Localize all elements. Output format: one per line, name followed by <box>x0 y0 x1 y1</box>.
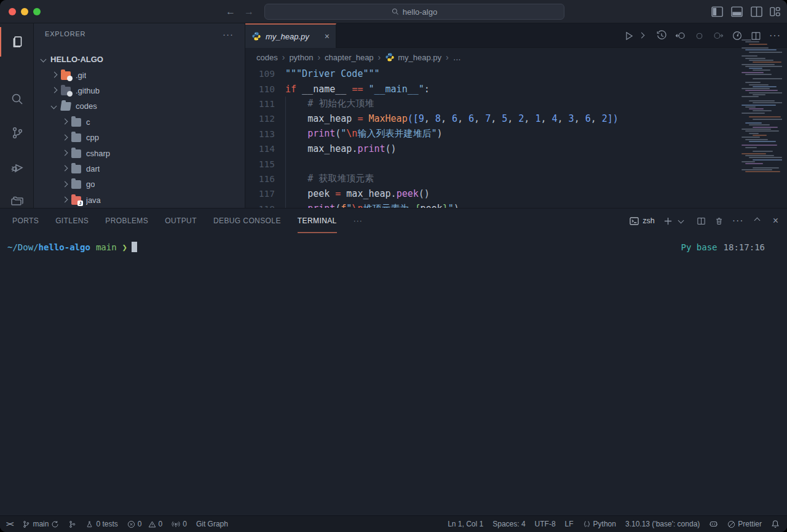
terminal-repo: hello-algo <box>39 242 90 252</box>
breadcrumb[interactable]: codes›python›chapter_heap›my_heap.py›… <box>245 48 787 66</box>
tree-item-cpp[interactable]: cpp <box>34 130 245 145</box>
tree-item-c[interactable]: c <box>34 114 245 130</box>
code-line-110[interactable]: 110if __name__ == "__main__": <box>245 81 735 96</box>
tree-item-dart[interactable]: dart <box>34 161 245 177</box>
terminal-cursor <box>132 242 137 252</box>
git-graph-status-icon[interactable] <box>68 520 76 528</box>
code-line-114[interactable]: 114 max_heap.print() <box>245 141 735 156</box>
indentation-item[interactable]: Spaces: 4 <box>492 520 525 528</box>
tests-status-item[interactable]: 0 tests <box>85 520 117 528</box>
branch-status-item[interactable]: main <box>22 520 59 528</box>
git-graph-label-item[interactable]: Git Graph <box>196 520 228 528</box>
panel-tab-terminal[interactable]: TERMINAL <box>298 208 337 233</box>
toggle-panel-icon[interactable] <box>731 6 743 17</box>
code-line-113[interactable]: 113 print("\n输入列表并建堆后") <box>245 127 735 141</box>
split-terminal-icon[interactable] <box>697 216 706 226</box>
minimap-line <box>749 52 782 53</box>
remote-indicator-icon[interactable]: >< <box>6 520 12 528</box>
terminal-content[interactable]: ~/Dow/hello-algo main ❯ Py base18:17:16 <box>7 242 780 528</box>
explorer-icon[interactable] <box>0 27 34 57</box>
file-history-icon[interactable] <box>656 30 667 41</box>
minimap-line <box>749 133 759 134</box>
cursor-position-item[interactable]: Ln 1, Col 1 <box>448 520 483 528</box>
minimap-line <box>749 84 769 85</box>
notifications-bell-icon[interactable] <box>771 520 780 528</box>
toggle-secondary-sidebar-icon[interactable] <box>751 6 762 17</box>
tree-item-csharp[interactable]: csharp <box>34 145 245 161</box>
panel-tab-gitlens[interactable]: GITLENS <box>55 208 89 233</box>
code-line-112[interactable]: 112 max_heap = MaxHeap([9, 8, 6, 6, 7, 5… <box>245 111 735 126</box>
chevron-down-icon <box>49 101 59 111</box>
tree-item--git[interactable]: .git <box>34 67 245 82</box>
eol-item[interactable]: LF <box>565 520 574 528</box>
explorer-more-actions-icon[interactable]: ··· <box>223 29 234 39</box>
tree-item--github[interactable]: .github <box>34 83 245 98</box>
tree-item-codes[interactable]: codes <box>34 98 245 114</box>
line-content: max_heap = MaxHeap([9, 8, 6, 6, 7, 5, 2,… <box>275 113 619 124</box>
code-line-116[interactable]: 116 # 获取堆顶元素 <box>245 172 735 186</box>
toggle-primary-sidebar-icon[interactable] <box>711 6 723 17</box>
panel-tab-ports[interactable]: PORTS <box>12 208 39 233</box>
minimap-line <box>742 55 757 57</box>
breadcrumb-item[interactable]: python <box>289 53 313 62</box>
panel-tab-problems[interactable]: PROBLEMS <box>105 208 148 233</box>
maximize-panel-icon[interactable] <box>753 216 762 226</box>
search-icon[interactable] <box>0 84 34 114</box>
language-mode-item[interactable]: Python <box>583 520 616 528</box>
prettier-status-item[interactable]: Prettier <box>727 520 762 528</box>
tree-item-java[interactable]: Jjava <box>34 193 245 208</box>
line-content: # 获取堆顶元素 <box>275 173 374 185</box>
breadcrumb-item[interactable]: chapter_heap <box>325 53 374 62</box>
new-terminal-icon[interactable] <box>663 216 673 226</box>
problems-status-item[interactable]: 0 0 <box>127 520 162 528</box>
indent-guide <box>285 97 286 216</box>
breadcrumb-item[interactable]: my_heap.py <box>385 52 441 62</box>
run-dropdown-icon[interactable] <box>636 31 646 41</box>
kill-terminal-icon[interactable] <box>714 216 724 226</box>
minimap-line <box>745 66 782 67</box>
minimap[interactable] <box>738 39 782 187</box>
code-line-115[interactable]: 115 <box>245 156 735 171</box>
tree-root-hello-algo[interactable]: HELLO-ALGO <box>34 52 245 67</box>
close-window-button[interactable] <box>9 8 16 15</box>
chevron-down-icon <box>39 55 49 65</box>
source-control-icon[interactable] <box>0 118 34 148</box>
tab-my-heap-py[interactable]: my_heap.py × <box>245 23 336 48</box>
terminal-dropdown-icon[interactable] <box>676 216 686 226</box>
panel-tab-debug-console[interactable]: DEBUG CONSOLE <box>213 208 281 233</box>
customize-layout-icon[interactable] <box>769 6 781 17</box>
run-python-file-icon[interactable] <box>623 31 634 41</box>
close-panel-icon[interactable]: × <box>773 215 778 226</box>
encoding-item[interactable]: UTF-8 <box>535 520 556 528</box>
tree-item-go[interactable]: go <box>34 177 245 192</box>
code-line-111[interactable]: 111 # 初始化大顶堆 <box>245 97 735 111</box>
breadcrumb-item[interactable]: codes <box>256 53 278 62</box>
python-interpreter-item[interactable]: 3.10.13 ('base': conda) <box>625 520 700 528</box>
panel-tab-output[interactable]: OUTPUT <box>165 208 197 233</box>
previous-change-icon[interactable] <box>675 30 686 41</box>
panel-tabs-more-icon[interactable]: ··· <box>354 216 363 225</box>
run-and-debug-icon[interactable] <box>0 153 34 182</box>
breadcrumb-item[interactable]: … <box>453 53 461 62</box>
language-label: Python <box>593 520 616 528</box>
code-line-109[interactable]: 109"""Driver Code""" <box>245 66 735 81</box>
code-line-117[interactable]: 117 peek = max_heap.peek() <box>245 186 735 201</box>
line-number: 112 <box>245 114 275 124</box>
command-center-search[interactable]: hello-algo <box>264 4 564 20</box>
line-number: 117 <box>245 189 275 199</box>
ports-status-item[interactable]: 0 <box>172 520 187 528</box>
minimap-line <box>749 60 773 61</box>
navigate-forward-button[interactable]: → <box>243 6 255 18</box>
minimap-line <box>742 161 755 162</box>
tab-close-icon[interactable]: × <box>325 31 330 41</box>
panel-tab-bar: PORTSGITLENSPROBLEMSOUTPUTDEBUG CONSOLET… <box>12 208 363 233</box>
minimap-line <box>742 137 760 138</box>
branch-name: main <box>33 520 49 528</box>
navigate-back-button[interactable]: ← <box>224 6 237 18</box>
search-icon <box>392 8 399 15</box>
panel-more-actions-icon[interactable]: ··· <box>732 215 744 226</box>
maximize-window-button[interactable] <box>33 8 41 15</box>
minimize-window-button[interactable] <box>21 8 28 15</box>
copilot-icon[interactable] <box>709 520 718 528</box>
terminal-profile[interactable]: zsh <box>630 216 654 226</box>
